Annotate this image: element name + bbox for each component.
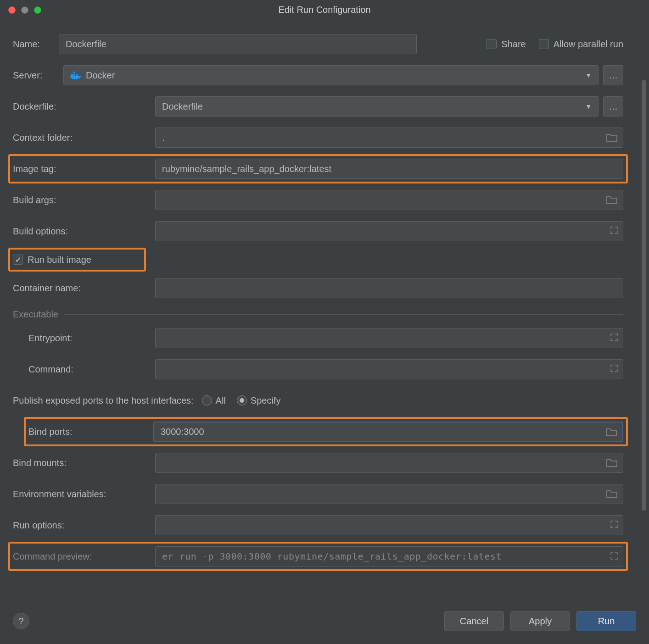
container-name-label: Container name: bbox=[13, 283, 155, 294]
bind-ports-label: Bind ports: bbox=[28, 427, 153, 437]
build-args-input[interactable] bbox=[155, 190, 623, 210]
command-preview-field: er run -p 3000:3000 rubymine/sample_rail… bbox=[155, 546, 623, 566]
chevron-down-icon: ▼ bbox=[585, 103, 592, 110]
publish-specify-label: Specify bbox=[251, 395, 281, 406]
command-label: Command: bbox=[13, 364, 155, 375]
dockerfile-value: Dockerfile bbox=[162, 101, 203, 112]
chevron-down-icon: ▼ bbox=[585, 72, 592, 79]
window-title: Edit Run Configuration bbox=[0, 5, 649, 15]
help-button[interactable]: ? bbox=[13, 613, 29, 629]
svg-rect-3 bbox=[76, 74, 78, 76]
apply-label: Apply bbox=[529, 616, 552, 627]
container-name-input[interactable] bbox=[155, 278, 623, 298]
folder-icon[interactable] bbox=[606, 459, 617, 467]
command-input[interactable] bbox=[155, 359, 623, 379]
context-folder-value: . bbox=[162, 133, 165, 143]
name-value: Dockerfile bbox=[66, 39, 106, 50]
image-tag-value: rubymine/sample_rails_app_docker:latest bbox=[162, 164, 331, 174]
apply-button[interactable]: Apply bbox=[510, 611, 570, 631]
entrypoint-label: Entrypoint: bbox=[13, 333, 155, 344]
bind-ports-input[interactable]: 3000:3000 bbox=[153, 422, 623, 442]
build-args-label: Build args: bbox=[13, 195, 155, 205]
folder-icon[interactable] bbox=[606, 196, 617, 204]
cancel-button[interactable]: Cancel bbox=[444, 611, 504, 631]
env-vars-input[interactable] bbox=[155, 484, 623, 504]
bind-ports-value: 3000:3000 bbox=[161, 427, 204, 437]
run-built-image-checkbox[interactable] bbox=[13, 255, 23, 265]
server-browse-button[interactable]: … bbox=[603, 65, 623, 85]
name-input[interactable]: Dockerfile bbox=[59, 34, 417, 54]
maximize-window-icon[interactable] bbox=[34, 6, 41, 14]
svg-rect-0 bbox=[71, 74, 73, 76]
run-built-image-highlight: Run built image bbox=[8, 248, 146, 272]
publish-ports-label: Publish exposed ports to the host interf… bbox=[13, 395, 194, 406]
env-vars-label: Environment variables: bbox=[13, 489, 155, 500]
bind-mounts-input[interactable] bbox=[155, 453, 623, 473]
bind-mounts-label: Bind mounts: bbox=[13, 458, 155, 468]
window-controls bbox=[8, 6, 41, 14]
allow-parallel-checkbox[interactable] bbox=[539, 39, 549, 49]
image-tag-label: Image tag: bbox=[13, 164, 155, 174]
executable-fieldset-label: Executable bbox=[13, 309, 623, 320]
scrollbar-thumb[interactable] bbox=[642, 80, 646, 511]
run-built-image-label: Run built image bbox=[28, 255, 91, 265]
docker-icon bbox=[70, 71, 81, 79]
folder-icon[interactable] bbox=[606, 490, 617, 498]
run-options-label: Run options: bbox=[13, 520, 155, 531]
build-options-label: Build options: bbox=[13, 226, 155, 237]
image-tag-input[interactable]: rubymine/sample_rails_app_docker:latest bbox=[155, 159, 623, 179]
share-checkbox[interactable] bbox=[487, 39, 497, 49]
folder-icon[interactable] bbox=[606, 133, 617, 142]
share-label: Share bbox=[501, 39, 526, 50]
build-options-input[interactable] bbox=[155, 221, 623, 241]
expand-icon[interactable] bbox=[610, 364, 618, 372]
bind-ports-highlight: Bind ports: 3000:3000 bbox=[24, 417, 628, 446]
run-label: Run bbox=[598, 616, 615, 627]
publish-all-radio[interactable] bbox=[202, 395, 212, 405]
command-preview-label: Command preview: bbox=[13, 551, 155, 562]
context-folder-label: Context folder: bbox=[13, 133, 155, 143]
svg-rect-1 bbox=[73, 74, 75, 76]
command-preview-highlight: Command preview: er run -p 3000:3000 rub… bbox=[8, 542, 628, 571]
expand-icon[interactable] bbox=[610, 333, 618, 341]
close-window-icon[interactable] bbox=[8, 6, 16, 14]
svg-rect-2 bbox=[73, 72, 75, 73]
image-tag-highlight: Image tag: rubymine/sample_rails_app_doc… bbox=[8, 154, 628, 183]
allow-parallel-label: Allow parallel run bbox=[554, 39, 623, 50]
cancel-label: Cancel bbox=[460, 616, 488, 627]
dockerfile-label: Dockerfile: bbox=[13, 101, 155, 112]
publish-specify-radio[interactable] bbox=[237, 395, 247, 405]
server-value: Docker bbox=[86, 70, 115, 81]
dockerfile-browse-button[interactable]: … bbox=[603, 96, 623, 117]
expand-icon[interactable] bbox=[610, 551, 618, 560]
expand-icon[interactable] bbox=[610, 520, 618, 528]
executable-label-text: Executable bbox=[13, 309, 58, 320]
entrypoint-input[interactable] bbox=[155, 328, 623, 348]
minimize-window-icon bbox=[21, 6, 28, 14]
server-label: Server: bbox=[13, 70, 63, 81]
run-options-input[interactable] bbox=[155, 515, 623, 535]
expand-icon[interactable] bbox=[610, 226, 618, 234]
server-dropdown[interactable]: Docker ▼ bbox=[63, 65, 599, 85]
command-preview-value: er run -p 3000:3000 rubymine/sample_rail… bbox=[162, 551, 502, 562]
scrollbar-track[interactable] bbox=[642, 80, 646, 520]
dockerfile-dropdown[interactable]: Dockerfile ▼ bbox=[155, 96, 599, 117]
name-label: Name: bbox=[13, 39, 59, 50]
titlebar: Edit Run Configuration bbox=[0, 0, 649, 20]
publish-all-label: All bbox=[216, 395, 226, 406]
run-button[interactable]: Run bbox=[576, 611, 636, 631]
context-folder-input[interactable]: . bbox=[155, 128, 623, 148]
folder-icon[interactable] bbox=[606, 428, 617, 436]
